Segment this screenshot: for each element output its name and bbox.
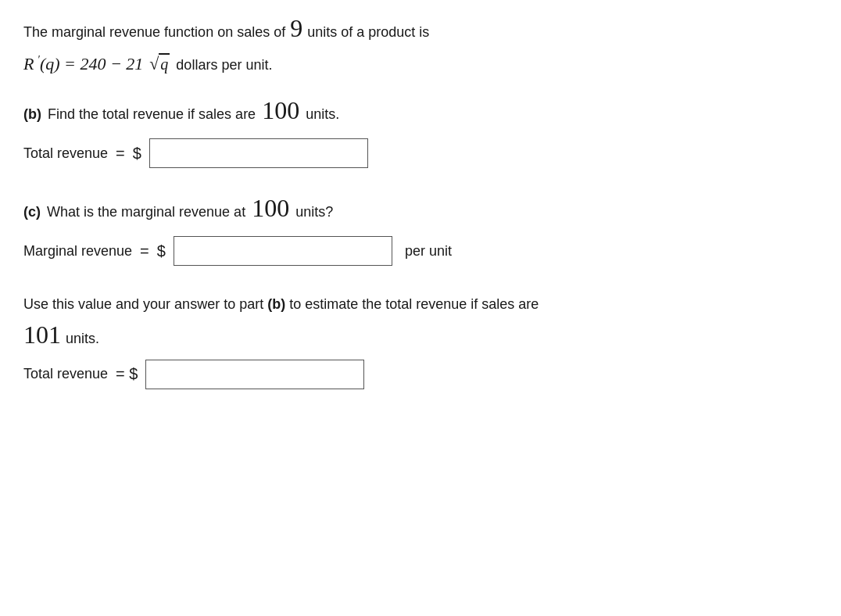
- part-c-units-value: 100: [252, 195, 289, 220]
- formula-lhs: R ′(q) = 240 − 21: [23, 54, 143, 74]
- estimate-units-label: units.: [66, 331, 99, 347]
- sqrt-expression: √q: [149, 53, 170, 74]
- part-c-units-label: units?: [295, 204, 333, 220]
- total-revenue-label-estimate: Total revenue: [23, 366, 108, 382]
- marginal-revenue-row: Marginal revenue = $ per unit: [23, 236, 818, 266]
- formula-line: R ′(q) = 240 − 21 √q dollars per unit.: [23, 53, 818, 74]
- dollar-b: $: [133, 145, 141, 163]
- equals-c: =: [140, 242, 149, 260]
- estimate-bold-part: (b): [267, 296, 285, 312]
- estimate-text-line: Use this value and your answer to part (…: [23, 293, 818, 316]
- intro-suffix: units of a product is: [307, 24, 429, 41]
- estimate-num-line: 101 units.: [23, 322, 818, 347]
- part-b-text: Find the total revenue if sales are: [48, 106, 256, 123]
- section-b: (b) Find the total revenue if sales are …: [23, 98, 818, 168]
- intro-q-value: 9: [290, 16, 302, 41]
- total-revenue-row-b: Total revenue = $: [23, 138, 818, 168]
- section-b-title: (b) Find the total revenue if sales are …: [23, 98, 818, 123]
- part-b-label: (b): [23, 106, 41, 123]
- estimate-section: Use this value and your answer to part (…: [23, 293, 818, 389]
- total-revenue-row-estimate: Total revenue = $: [23, 360, 818, 389]
- section-c: (c) What is the marginal revenue at 100 …: [23, 195, 818, 266]
- estimate-middle: to estimate the total revenue if sales a…: [289, 296, 539, 312]
- estimate-num-value: 101: [23, 322, 61, 347]
- formula-suffix: dollars per unit.: [176, 57, 272, 73]
- sqrt-content: q: [159, 53, 170, 73]
- marginal-revenue-input[interactable]: [174, 236, 392, 266]
- total-revenue-input-estimate[interactable]: [145, 360, 364, 389]
- part-c-text: What is the marginal revenue at: [47, 204, 245, 220]
- estimate-prefix: Use this value and your answer to part: [23, 296, 263, 312]
- dollar-c: $: [157, 242, 166, 260]
- total-revenue-label-b: Total revenue: [23, 145, 108, 162]
- equals-b: =: [116, 145, 125, 163]
- section-c-title: (c) What is the marginal revenue at 100 …: [23, 195, 818, 220]
- part-b-units-value: 100: [262, 98, 299, 123]
- equals-estimate: = $: [116, 365, 138, 383]
- total-revenue-input-b[interactable]: [149, 138, 368, 168]
- part-c-label: (c): [23, 204, 41, 220]
- marginal-revenue-label: Marginal revenue: [23, 243, 132, 260]
- intro-prefix: The marginal revenue function on sales o…: [23, 24, 285, 41]
- intro-line: The marginal revenue function on sales o…: [23, 16, 818, 41]
- per-unit-label: per unit: [405, 243, 452, 260]
- sqrt-symbol: √: [149, 54, 159, 74]
- part-b-units-label: units.: [306, 106, 339, 123]
